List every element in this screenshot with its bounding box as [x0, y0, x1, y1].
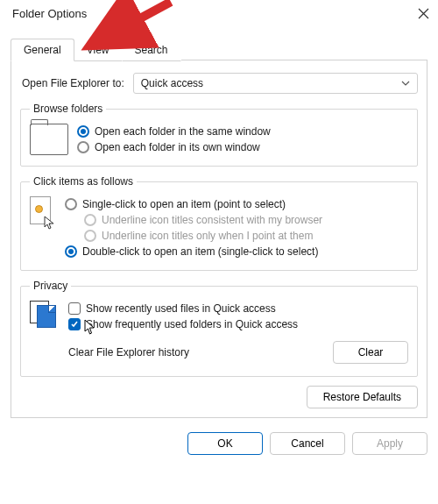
restore-defaults-button[interactable]: Restore Defaults [307, 386, 418, 408]
clear-history-label: Clear File Explorer history [68, 346, 189, 358]
clear-button[interactable]: Clear [333, 341, 408, 364]
group-browse-folders: Browse folders Open each folder in the s… [20, 103, 418, 167]
button-label: Clear [358, 346, 384, 358]
window-title: Folder Options [12, 7, 87, 20]
single-click-icon [30, 196, 56, 230]
button-label: Restore Defaults [323, 391, 401, 403]
tab-general[interactable]: General [11, 39, 74, 61]
radio-label: Single-click to open an item (point to s… [82, 198, 286, 210]
group-privacy: Privacy Show recently used files in Quic… [20, 280, 418, 377]
checkbox-icon[interactable] [68, 302, 81, 315]
tab-label: General [24, 44, 61, 56]
radio-label: Open each folder in its own window [95, 141, 260, 153]
close-icon[interactable] [418, 8, 429, 19]
clear-history-row: Clear File Explorer history Clear [68, 341, 408, 364]
opt-own-window[interactable]: Open each folder in its own window [77, 139, 408, 155]
tabstrip-filler [180, 38, 427, 60]
group-click-items: Click items as follows Single-click to o… [20, 175, 418, 271]
tab-search[interactable]: Search [122, 39, 181, 61]
title-bar: Folder Options [0, 0, 438, 25]
folder-icon [30, 124, 68, 155]
radio-label: Underline icon titles only when I point … [102, 230, 313, 242]
chk-frequent-folders[interactable]: Show frequently used folders in Quick ac… [68, 316, 408, 332]
radio-label: Double-click to open an item (single-cli… [82, 245, 318, 258]
group-legend: Browse folders [30, 103, 106, 115]
radio-icon[interactable] [77, 141, 89, 153]
restore-row: Restore Defaults [20, 386, 418, 408]
open-to-select[interactable]: Quick access [133, 73, 418, 94]
button-label: Cancel [291, 437, 323, 450]
open-to-row: Open File Explorer to: Quick access [20, 73, 418, 94]
opt-single-click[interactable]: Single-click to open an item (point to s… [65, 196, 408, 212]
opt-double-click[interactable]: Double-click to open an item (single-cli… [65, 244, 408, 259]
documents-icon [30, 301, 60, 329]
group-legend: Privacy [30, 280, 71, 292]
checkbox-label: Show recently used files in Quick access [86, 302, 276, 315]
opt-underline-point: Underline icon titles only when I point … [65, 228, 408, 244]
radio-icon [84, 230, 96, 242]
radio-label: Underline icon titles consistent with my… [102, 214, 322, 226]
radio-label: Open each folder in the same window [95, 125, 271, 138]
radio-icon [84, 214, 96, 226]
opt-same-window[interactable]: Open each folder in the same window [77, 124, 408, 139]
apply-button: Apply [352, 432, 427, 455]
open-to-label: Open File Explorer to: [20, 77, 124, 89]
radio-icon[interactable] [65, 198, 77, 210]
dialog-footer: OK Cancel Apply [0, 425, 438, 464]
checkbox-label: Show frequently used folders in Quick ac… [86, 318, 298, 330]
button-label: Apply [377, 437, 403, 450]
cancel-button[interactable]: Cancel [270, 432, 345, 455]
opt-underline-browser: Underline icon titles consistent with my… [65, 212, 408, 228]
tab-strip: General View Search [0, 25, 438, 60]
tab-view[interactable]: View [74, 39, 123, 61]
tab-label: Search [135, 44, 168, 56]
tab-panel-general: Open File Explorer to: Quick access Brow… [11, 60, 427, 418]
checkbox-icon[interactable] [68, 318, 81, 330]
chevron-down-icon [401, 81, 410, 86]
ok-button[interactable]: OK [187, 432, 263, 455]
radio-icon[interactable] [65, 245, 77, 258]
open-to-value: Quick access [141, 77, 203, 89]
group-legend: Click items as follows [30, 175, 137, 188]
button-label: OK [217, 437, 232, 450]
radio-icon[interactable] [77, 125, 89, 138]
tab-label: View [87, 44, 110, 56]
chk-recent-files[interactable]: Show recently used files in Quick access [68, 301, 408, 316]
